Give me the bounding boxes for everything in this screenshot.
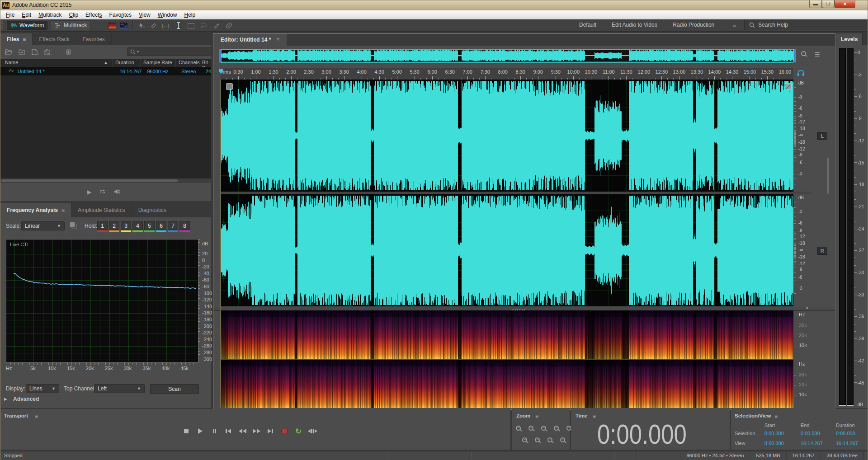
tab-levels[interactable]: Levels	[836, 33, 863, 45]
time-selection-tool-button[interactable]	[174, 22, 184, 29]
column-channels[interactable]: Channels	[176, 59, 199, 67]
minimize-button[interactable]: ▬	[809, 0, 822, 8]
waveform-view-button[interactable]: Waveform	[7, 21, 47, 30]
pause-button[interactable]	[208, 426, 220, 436]
preview-autoplay-speaker-button[interactable]	[114, 188, 121, 196]
panel-menu-icon[interactable]: ≡	[23, 36, 26, 42]
hold-button-4[interactable]: 4	[132, 221, 143, 232]
slip-tool-button[interactable]: |↔|	[160, 22, 170, 29]
copy-graph-button[interactable]	[69, 221, 77, 231]
marquee-selection-tool-button[interactable]	[186, 22, 196, 29]
rewind-button[interactable]	[236, 426, 248, 436]
menu-multitrack[interactable]: Multitrack	[35, 11, 65, 19]
zoom-in-time-button[interactable]: +	[525, 423, 536, 432]
new-file-button[interactable]	[30, 48, 39, 56]
frequency-graph[interactable]: Live CTI	[6, 239, 198, 363]
waveform-display-button[interactable]	[119, 22, 129, 29]
scrollbar-thumb[interactable]	[1, 179, 178, 182]
column-name[interactable]: Name▲	[0, 59, 113, 67]
channel-badge-right[interactable]: R	[817, 247, 827, 255]
tab-effects-rack[interactable]: Effects Rack	[33, 33, 76, 45]
search-help-box[interactable]: Search Help	[744, 19, 868, 30]
panel-menu-icon[interactable]: ≡	[35, 413, 38, 419]
menu-clip[interactable]: Clip	[65, 11, 82, 19]
hold-button-1[interactable]: 1	[97, 221, 108, 232]
hold-button-2[interactable]: 2	[109, 221, 119, 232]
time-display[interactable]: 0:00.000	[597, 418, 687, 450]
hud-overlay-right-icon[interactable]	[785, 83, 792, 90]
vertical-zoom-scrollbar[interactable]	[827, 158, 829, 194]
close-button[interactable]: ✕	[835, 0, 855, 8]
timeline-ruler[interactable]: hms 0:301:001:302:002:303:003:304:004:30…	[221, 68, 793, 80]
hold-button-3[interactable]: 3	[121, 221, 131, 232]
zoom-in-button[interactable]: +	[513, 423, 524, 432]
tab-amplitude-statistics[interactable]: Amplitude Statistics	[71, 203, 132, 217]
loop-playback-button[interactable]: ↻	[292, 426, 304, 436]
panel-menu-icon[interactable]: ≡	[61, 207, 65, 213]
file-row[interactable]: Untitled 14 * 16:14.267 96000 Hz Stereo …	[0, 67, 211, 75]
search-dropdown-icon[interactable]: ▾	[137, 50, 139, 54]
monitor-headphones-icon[interactable]	[797, 70, 805, 78]
workspace-edit-audio-to-video[interactable]: Edit Audio to Video	[612, 22, 657, 28]
advanced-disclosure-icon[interactable]: ▶	[4, 397, 7, 401]
level-meter-left[interactable]	[839, 48, 846, 405]
view-end-value[interactable]: 16:14.267	[801, 441, 823, 446]
workspace-radio-production[interactable]: Radio Production	[673, 22, 714, 28]
menu-effects[interactable]: Effects	[82, 11, 105, 19]
editor-options-icon[interactable]: ☰	[815, 51, 820, 58]
zoom-out-amplitude-button[interactable]: −	[532, 435, 542, 444]
tab-diagnostics[interactable]: Diagnostics	[132, 203, 173, 217]
panel-menu-icon[interactable]: ≡	[535, 413, 538, 419]
hold-button-6[interactable]: 6	[156, 221, 166, 232]
spectrogram-right-channel[interactable]	[221, 360, 793, 408]
restore-button[interactable]: ❐	[822, 0, 835, 8]
collapse-arrow-icon[interactable]: ▾	[806, 306, 808, 310]
scan-button[interactable]: Scan	[150, 384, 199, 394]
preview-play-button[interactable]: ▶	[87, 189, 91, 195]
skip-selection-button[interactable]	[307, 426, 318, 436]
advanced-label[interactable]: Advanced	[13, 396, 39, 402]
files-list-area[interactable]	[0, 75, 211, 178]
files-horizontal-scrollbar[interactable]	[0, 178, 211, 183]
workspace-default[interactable]: Default	[579, 22, 596, 28]
column-duration[interactable]: Duration	[113, 59, 141, 67]
spot-healing-brush-tool-button[interactable]	[224, 22, 234, 29]
zoom-in-amplitude-button[interactable]: +	[557, 435, 568, 444]
hold-button-5[interactable]: 5	[144, 221, 155, 232]
panel-menu-icon[interactable]: ≡	[276, 37, 279, 43]
lasso-selection-tool-button[interactable]	[198, 22, 208, 29]
column-bit-depth[interactable]: Bit D	[199, 59, 211, 67]
zoom-out-time-button[interactable]: −	[538, 423, 549, 432]
view-start-value[interactable]: 0:00.000	[764, 441, 784, 446]
zoom-in-left-edge-button[interactable]: +	[551, 423, 561, 432]
multitrack-view-button[interactable]: Multitrack	[51, 21, 90, 30]
files-search-input[interactable]: ▾	[127, 47, 213, 56]
selection-end-value[interactable]: 0:00.000	[801, 431, 820, 436]
menu-file[interactable]: File	[2, 11, 18, 19]
spectrogram-left-channel[interactable]	[221, 310, 793, 359]
panel-menu-icon[interactable]: ≡	[774, 413, 778, 419]
hold-button-7[interactable]: 7	[168, 221, 178, 232]
stop-button[interactable]	[180, 426, 192, 436]
top-channel-dropdown[interactable]: Left▼	[94, 384, 145, 393]
insert-into-multitrack-button[interactable]	[43, 48, 52, 56]
import-file-button[interactable]	[17, 48, 26, 56]
waveform-left-channel[interactable]	[221, 80, 793, 192]
menu-help[interactable]: Help	[180, 11, 199, 19]
record-button[interactable]	[278, 426, 290, 436]
preview-loop-button[interactable]	[99, 188, 106, 196]
scale-dropdown[interactable]: Linear▼	[21, 221, 65, 230]
tab-favorites[interactable]: Favorites	[76, 33, 112, 45]
workspace-overflow-button[interactable]: »	[733, 23, 736, 29]
column-sample-rate[interactable]: Sample Rate	[141, 59, 176, 67]
level-meter-right[interactable]	[847, 48, 854, 405]
spectral-frequency-display-button[interactable]	[107, 22, 117, 29]
menu-window[interactable]: Window	[154, 11, 181, 19]
display-dropdown[interactable]: Lines▼	[26, 384, 59, 393]
selection-duration-value[interactable]: 0:00.000	[836, 431, 855, 436]
navigator-left-handle[interactable]	[219, 49, 222, 62]
view-duration-value[interactable]: 16:14.267	[836, 441, 858, 446]
menu-favorites[interactable]: Favorites	[106, 11, 135, 19]
zoom-in-right-edge-button[interactable]: +	[544, 435, 555, 444]
move-playhead-to-next-button[interactable]	[264, 426, 276, 436]
